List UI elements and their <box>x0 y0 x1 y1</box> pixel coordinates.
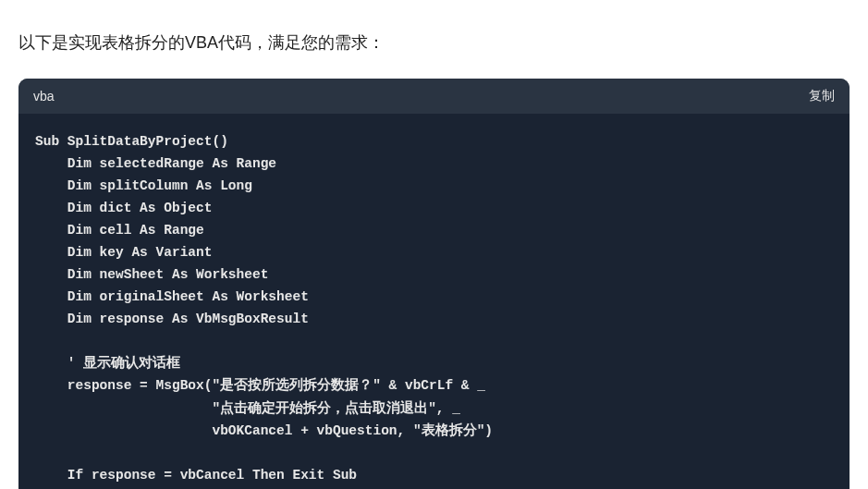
code-block: vba 复制 Sub SplitDataByProject() Dim sele… <box>18 79 850 489</box>
code-line: Dim key As Variant <box>35 245 212 260</box>
code-line: Sub SplitDataByProject() <box>35 134 228 149</box>
code-line: response = MsgBox("是否按所选列拆分数据？" & vbCrLf… <box>35 378 485 393</box>
intro-paragraph: 以下是实现表格拆分的VBA代码，满足您的需求： <box>18 0 850 79</box>
code-line: If response = vbCancel Then Exit Sub <box>35 468 357 483</box>
code-line <box>35 446 67 460</box>
copy-button[interactable]: 复制 <box>809 88 835 104</box>
code-language-label: vba <box>33 89 55 104</box>
code-line: Dim splitColumn As Long <box>35 178 252 193</box>
code-line: Dim originalSheet As Worksheet <box>35 289 309 304</box>
code-body[interactable]: Sub SplitDataByProject() Dim selectedRan… <box>18 114 850 489</box>
code-line: Dim newSheet As Worksheet <box>35 267 268 282</box>
code-line: ' 显示确认对话框 <box>35 356 180 371</box>
code-line: Dim response As VbMsgBoxResult <box>35 312 309 326</box>
code-block-header: vba 复制 <box>18 79 850 114</box>
code-line <box>35 334 67 348</box>
code-line: Dim selectedRange As Range <box>35 156 276 171</box>
page-container: 以下是实现表格拆分的VBA代码，满足您的需求： vba 复制 Sub Split… <box>0 0 868 489</box>
code-line: "点击确定开始拆分，点击取消退出", _ <box>35 401 460 416</box>
code-line: Dim cell As Range <box>35 223 204 238</box>
code-line: vbOKCancel + vbQuestion, "表格拆分") <box>35 423 493 438</box>
code-line: Dim dict As Object <box>35 201 212 215</box>
